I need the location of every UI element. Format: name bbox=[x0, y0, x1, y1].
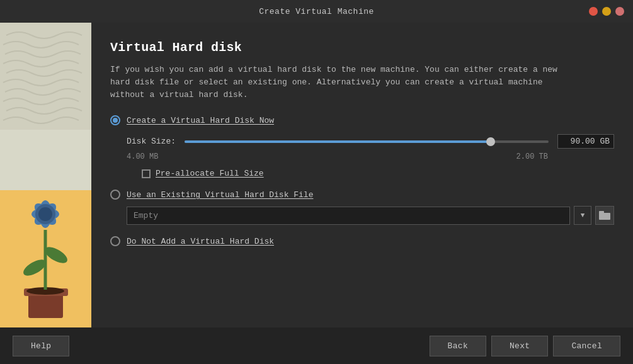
bottom-bar: Help Back Next Cancel bbox=[0, 327, 633, 364]
existing-disk-dropdown[interactable]: Empty bbox=[127, 207, 570, 225]
preallocate-checkbox[interactable] bbox=[142, 169, 151, 178]
nav-buttons: Back Next Cancel bbox=[430, 336, 620, 356]
close-button[interactable] bbox=[589, 7, 598, 16]
folder-icon bbox=[599, 211, 610, 220]
cancel-button[interactable]: Cancel bbox=[553, 336, 620, 356]
back-button[interactable]: Back bbox=[430, 336, 486, 356]
radio-label-use-existing: Use an Existing Virtual Hard Disk File bbox=[127, 190, 313, 200]
svg-point-12 bbox=[38, 207, 52, 221]
radio-circle-create-new[interactable] bbox=[110, 115, 120, 125]
wavy-decoration-icon bbox=[0, 23, 91, 130]
illustration-panel bbox=[0, 23, 91, 327]
title-bar: Create Virtual Machine bbox=[0, 0, 633, 23]
radio-label-no-disk: Do Not Add a Virtual Hard Disk bbox=[127, 237, 274, 246]
section-title: Virtual Hard disk bbox=[110, 40, 614, 55]
radio-circle-no-disk[interactable] bbox=[110, 236, 120, 246]
slider-track bbox=[185, 140, 549, 143]
radio-option-use-existing[interactable]: Use an Existing Virtual Hard Disk File bbox=[110, 190, 614, 200]
slider-thumb[interactable] bbox=[486, 137, 495, 146]
minimize-button[interactable] bbox=[602, 7, 611, 16]
main-content: Virtual Hard disk If you wish you can ad… bbox=[0, 23, 633, 327]
radio-circle-use-existing[interactable] bbox=[110, 190, 120, 200]
radio-label-create-new: Create a Virtual Hard Disk Now bbox=[127, 116, 274, 125]
help-button[interactable]: Help bbox=[13, 336, 69, 356]
svg-rect-14 bbox=[599, 211, 604, 214]
radio-option-create-new[interactable]: Create a Virtual Hard Disk Now bbox=[110, 115, 614, 125]
window-controls bbox=[589, 7, 624, 16]
window-title: Create Virtual Machine bbox=[259, 7, 374, 16]
preallocate-row[interactable]: Pre-allocate Full Size bbox=[142, 169, 614, 178]
dropdown-row: Empty ▼ bbox=[127, 206, 614, 225]
right-panel: Virtual Hard disk If you wish you can ad… bbox=[91, 23, 633, 327]
description-text: If you wish you can add a virtual hard d… bbox=[110, 64, 557, 101]
browse-folder-button[interactable] bbox=[595, 206, 614, 225]
disk-size-row: Disk Size: bbox=[127, 134, 614, 149]
next-button[interactable]: Next bbox=[491, 336, 548, 356]
dropdown-arrow-icon[interactable]: ▼ bbox=[574, 206, 591, 225]
svg-rect-1 bbox=[28, 293, 63, 318]
disk-size-input[interactable] bbox=[557, 134, 614, 149]
scale-labels: 4.00 MB 2.00 TB bbox=[127, 152, 614, 161]
preallocate-label: Pre-allocate Full Size bbox=[156, 169, 264, 178]
scale-max-label: 2.00 TB bbox=[516, 152, 548, 161]
radio-option-no-disk[interactable]: Do Not Add a Virtual Hard Disk bbox=[110, 236, 614, 246]
disk-size-slider[interactable] bbox=[185, 135, 549, 148]
slider-fill bbox=[185, 140, 491, 143]
flower-illustration-icon bbox=[0, 132, 91, 327]
scale-min-label: 4.00 MB bbox=[127, 152, 158, 161]
maximize-button[interactable] bbox=[615, 7, 624, 16]
disk-size-label: Disk Size: bbox=[127, 137, 176, 146]
